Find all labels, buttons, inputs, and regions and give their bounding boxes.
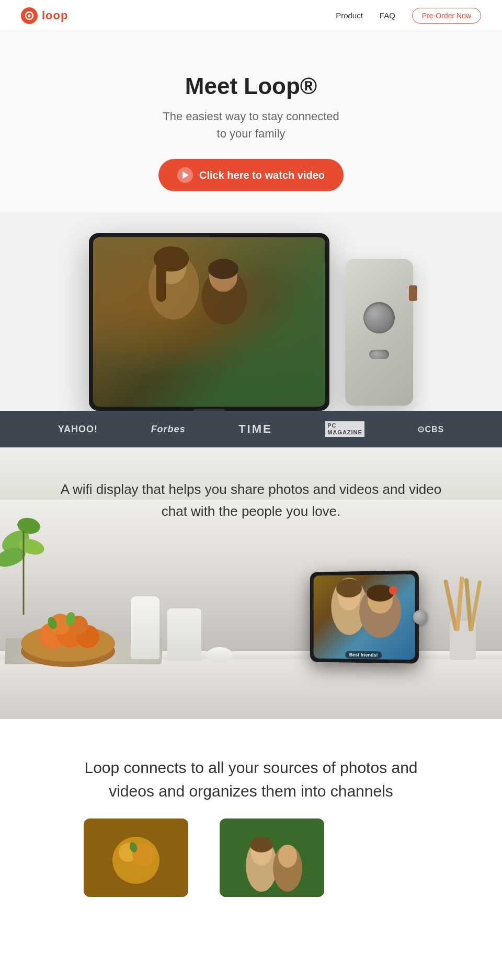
screen-caption: Best friends!: [345, 651, 382, 659]
nav-link-product[interactable]: Product: [336, 11, 363, 20]
counter-surface: [0, 659, 502, 719]
pc-box: PCMAGAZINE: [325, 421, 364, 437]
device-screen: [93, 237, 325, 407]
press-cbs: ⊙CBS: [417, 424, 444, 434]
press-bar: YAHOO! Forbes TIME PCMAGAZINE ⊙CBS: [0, 411, 502, 447]
nav-link-faq[interactable]: FAQ: [380, 11, 395, 20]
device-knob-secondary: [369, 350, 389, 359]
preorder-button[interactable]: Pre-Order Now: [412, 8, 481, 24]
logo[interactable]: loop: [21, 7, 68, 24]
product-image-section: [0, 212, 502, 411]
svg-rect-5: [156, 261, 166, 302]
utensil-holder: [439, 569, 486, 663]
white-vase: [131, 596, 159, 659]
logo-icon: [21, 7, 38, 24]
hero-section: Meet Loop® The easiest way to stay conne…: [0, 31, 502, 212]
nav-links: Product FAQ Pre-Order Now: [336, 8, 481, 24]
device-side-view: [345, 259, 413, 406]
svg-point-1: [28, 14, 31, 17]
svg-point-45: [278, 845, 297, 868]
channel-thumbnails: [42, 803, 460, 897]
device-knob: [413, 610, 428, 625]
channels-title: Loop connects to all your sources of pho…: [42, 756, 460, 803]
navbar: loop Product FAQ Pre-Order Now: [0, 0, 502, 31]
play-triangle: [182, 171, 189, 179]
thumb-family: [220, 818, 324, 897]
kitchen-composite: Best friends!: [0, 521, 502, 719]
hero-title: Meet Loop®: [21, 73, 481, 99]
white-pitcher: [167, 608, 201, 661]
device-stand: [193, 409, 225, 411]
logo-text: loop: [42, 9, 68, 22]
channels-section: Loop connects to all your sources of pho…: [0, 719, 502, 918]
wifi-section: A wifi display that helps you share phot…: [0, 447, 502, 719]
thumb-food: [84, 818, 188, 897]
watch-video-button[interactable]: Click here to watch video: [158, 159, 344, 191]
wifi-description: A wifi display that helps you share phot…: [0, 447, 502, 538]
kitchen-device: Best friends!: [309, 571, 418, 663]
device-plug: [409, 285, 417, 301]
svg-point-8: [208, 259, 238, 279]
device-front: [89, 233, 329, 411]
play-icon: [177, 167, 193, 183]
press-pcmag: PCMAGAZINE: [325, 421, 364, 437]
hero-subtitle: The easiest way to stay connected to you…: [21, 108, 481, 142]
press-yahoo: YAHOO!: [58, 424, 98, 435]
svg-point-43: [250, 837, 273, 852]
press-time: TIME: [238, 422, 272, 436]
device-knob-main: [363, 302, 395, 333]
press-forbes: Forbes: [151, 424, 186, 435]
